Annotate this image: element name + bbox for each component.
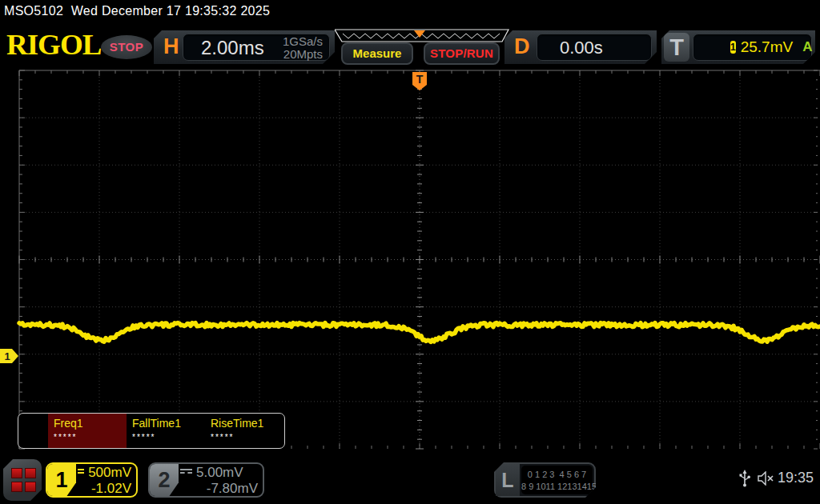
t-field: 1 25.7mV A: [693, 34, 812, 61]
measure-label: Freq1: [54, 417, 127, 430]
sample-rate-memdepth: 1GSa/s 20Mpts: [283, 35, 323, 61]
measure-label: RiseTime1: [211, 417, 283, 430]
channel1-offset: -1.02V: [78, 481, 131, 497]
bottombar: 1 500mV -1.02V 2 5.00mV -7.80mV L: [0, 452, 820, 504]
trigger-panel[interactable]: T 1 25.7mV A: [661, 30, 815, 64]
usb-icon: [738, 470, 751, 487]
measure-value: *****: [211, 433, 283, 442]
logic-analyzer-panel[interactable]: L 0 1 2 3 4 5 6 7 8 9 1011 12131415: [494, 462, 596, 498]
trigger-level-value: 25.7mV: [741, 38, 793, 56]
h-field: 2.00ms 1GSa/s 20Mpts: [183, 34, 330, 61]
trigger-position-marker[interactable]: T: [412, 72, 427, 90]
menu-grid-icon: [25, 482, 36, 492]
graticule-grid: [19, 70, 820, 449]
channel2-number: 2: [150, 464, 179, 496]
waveform-overview-bar[interactable]: [335, 29, 509, 43]
measure-button[interactable]: Measure: [341, 42, 413, 65]
trigger-mode: A: [802, 39, 812, 55]
rigol-logo: RIGOL: [6, 31, 101, 60]
delay-panel[interactable]: D 0.00s: [504, 30, 657, 64]
header: RIGOL STOP H 2.00ms 1GSa/s 20Mpts Measur…: [0, 24, 820, 69]
measure-value: *****: [54, 433, 127, 442]
measure-item-falltime1[interactable]: FallTime1 *****: [127, 414, 205, 448]
ch1-marker-label: 1: [4, 350, 10, 362]
logic-channels: 0 1 2 3 4 5 6 7 8 9 1011 12131415: [521, 466, 593, 494]
ch1-ground-marker[interactable]: 1: [0, 349, 18, 363]
channel2-scale: 5.00mV: [196, 465, 243, 481]
channel1-scale: 500mV: [88, 465, 131, 481]
run-state-badge[interactable]: STOP: [101, 35, 152, 59]
timebase-value: 2.00ms: [201, 37, 264, 59]
d-field: 0.00s: [537, 34, 652, 61]
channel2-offset: -7.80mV: [180, 481, 258, 497]
logic-row1: 0 1 2 3 4 5 6 7: [521, 469, 593, 481]
delay-value: 0.00s: [560, 38, 603, 58]
channel1-values: 500mV -1.02V: [78, 465, 131, 495]
measure-item-risetime1[interactable]: RiseTime1 *****: [205, 414, 283, 448]
channel-menu-button[interactable]: [3, 459, 42, 501]
dc-coupling-icon: [78, 469, 84, 477]
logic-row2: 8 9 1011 12131415: [521, 481, 593, 493]
menu-grid-icon: [11, 482, 22, 492]
measure-value: *****: [132, 433, 205, 442]
h-label: H: [163, 34, 179, 59]
channel2-values: 5.00mV -7.80mV: [180, 465, 258, 495]
dc-coupling-icon: [180, 469, 192, 477]
menu-grid-icon: [11, 468, 22, 478]
trigger-source-badge: 1: [730, 41, 736, 54]
waveform-display: T 1: [0, 69, 820, 452]
logic-label: L: [496, 464, 520, 496]
measure-item-freq1[interactable]: Freq1 *****: [48, 414, 127, 448]
horizontal-panel[interactable]: H 2.00ms 1GSa/s 20Mpts: [154, 30, 335, 64]
speaker-muted-icon[interactable]: [758, 471, 777, 486]
channel1-panel[interactable]: 1 500mV -1.02V: [46, 462, 138, 498]
menu-grid-icon: [25, 468, 36, 478]
t-label: T: [664, 33, 689, 62]
oscilloscope-screen: MSO5102 Wed December 17 19:35:32 2025 RI…: [0, 0, 820, 504]
sample-rate: 1GSa/s: [283, 34, 323, 48]
memory-depth: 20Mpts: [283, 47, 323, 61]
channel1-number: 1: [47, 464, 76, 496]
measure-label: FallTime1: [132, 417, 205, 430]
measurement-overlay: Freq1 ***** FallTime1 ***** RiseTime1 **…: [18, 413, 285, 449]
titlebar: MSO5102 Wed December 17 19:35:32 2025: [0, 0, 820, 24]
channel2-panel[interactable]: 2 5.00mV -7.80mV: [148, 462, 264, 498]
trigger-marker-label: T: [416, 73, 424, 86]
clock: 19:35: [778, 470, 814, 486]
d-label: D: [514, 34, 530, 59]
stop-run-button[interactable]: STOP/RUN: [424, 42, 500, 65]
model-and-datetime: MSO5102 Wed December 17 19:35:32 2025: [4, 4, 270, 18]
